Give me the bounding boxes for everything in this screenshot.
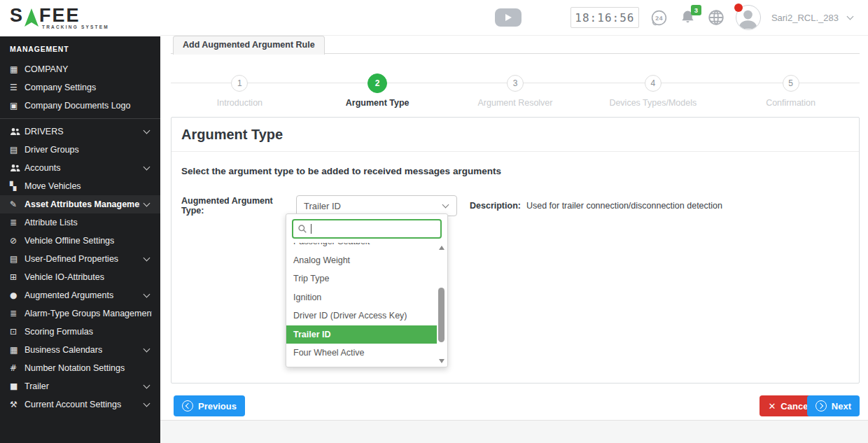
scrollbar-thumb[interactable] [438,288,444,342]
sidebar-item-augmented-arguments[interactable]: ●Augmented Arguments [0,286,160,304]
sidebar-item-business-calendars[interactable]: ▦Business Calendars [0,341,160,359]
user-menu[interactable]: Sari2_RCL._283 [771,13,855,23]
app-logo: S FEE TRACKING SYSTEM [0,0,160,36]
sidebar-item-label: Augmented Arguments [24,290,140,300]
sidebar-item-alarm-type-groups-management[interactable]: ≣Alarm-Type Groups Management [0,304,160,323]
building-icon: ▦ [10,64,24,74]
sidebar-item-attribute-lists[interactable]: ≣Attribute Lists [0,213,160,232]
circle-icon: ● [10,290,24,300]
dropdown-option-ignition[interactable]: Ignition [286,288,437,307]
language-globe-icon[interactable] [707,8,725,27]
notifications-bell-icon[interactable]: 3 [679,9,696,27]
tab-add-augmented-argument-rule[interactable]: Add Augmented Argument Rule [173,36,325,55]
sidebar-item-label: Company Settings [24,83,152,92]
dropdown-option-trip-type[interactable]: Trip Type [286,269,437,288]
sidebar-item-company-settings[interactable]: ☰Company Settings [0,78,160,97]
arrow-left-icon [182,400,193,412]
search-icon [298,224,307,234]
previous-button[interactable]: Previous [174,395,245,416]
video-play-icon[interactable] [495,8,522,27]
dropdown-option-driver-id-driver-access-key[interactable]: Driver ID (Driver Access Key) [286,307,437,325]
argument-type-dropdown: Passenger SeatbeltAnalog WeightTrip Type… [286,213,448,367]
step-label: Devices Types/Models [609,98,696,108]
sidebar-item-label: Vehicle IO-Attributes [24,272,152,282]
dropdown-option-trailer-id[interactable]: Trailer ID [286,325,437,344]
sidebar-item-label: Vehicle Offline Settings [24,236,152,246]
step-confirmation[interactable]: 5Confirmation [722,68,860,111]
chevron-down-icon [144,400,150,407]
sidebar-item-number-notation-settings[interactable]: #Number Notation Settings [0,359,160,377]
sidebar-item-label: User-Defined Properties [24,254,140,264]
sidebar-item-vehicle-io-attributes[interactable]: ⊞Vehicle IO-Attributes [0,268,160,286]
sidebar-item-vehicle-offline-settings[interactable]: ⊘Vehicle Offline Settings [0,232,160,250]
sidebar-item-current-account-settings[interactable]: ⚒Current Account Settings [0,395,160,414]
wrench-icon: ⚒ [10,400,24,409]
chevron-down-icon [144,200,150,207]
sidebar-item-label: Asset Attributes Management [24,199,140,209]
sidebar-item-label: Company Documents Logo [24,101,152,111]
support-24-icon[interactable]: 24 [650,8,668,27]
user-avatar[interactable] [736,5,761,30]
brand-arrow-icon [24,8,38,27]
svg-text:24: 24 [655,15,663,21]
status-dot [734,3,743,12]
chevron-down-icon [144,164,150,171]
sidebar-item-user-defined-properties[interactable]: ▤User-Defined Properties [0,250,160,268]
digital-clock: 18:16:56 [570,7,639,28]
sidebar-item-label: Move Vehicles [24,181,152,191]
chevron-down-icon [144,346,150,353]
sidebar-item-driver-groups[interactable]: ▤Driver Groups [0,141,160,159]
sidebar-item-drivers[interactable]: DRIVERS [0,122,160,141]
image-icon: ▣ [10,101,24,111]
instruction-text: Select the argument type to be added to … [181,166,849,176]
sidebar-item-move-vehicles[interactable]: ▚Move Vehicles [0,177,160,195]
page-title: Argument Type [172,118,859,152]
dropdown-option-passenger-seatbelt[interactable]: Passenger Seatbelt [286,243,437,251]
calendar-icon: ▦ [10,345,24,355]
chevron-down-icon [144,382,150,389]
sidebar-item-accounts[interactable]: Accounts [0,159,160,177]
apps-grid-icon[interactable] [536,8,555,27]
brand-name-left: S [10,6,24,25]
sidebar-item-label: Accounts [24,163,140,173]
sidebar-item-label: Trailer [24,381,140,391]
dropdown-option-analog-weight[interactable]: Analog Weight [286,251,437,270]
step-introduction[interactable]: 1Introduction [171,68,309,111]
sidebar-divider [0,118,160,119]
edit-icon: ✎ [10,199,24,209]
brand-name-right: FEE [39,6,80,25]
chevron-down-icon [144,255,150,262]
sidebar-item-label: Attribute Lists [24,218,152,227]
sidebar-item-company-documents-logo[interactable]: ▣Company Documents Logo [0,97,160,115]
next-button[interactable]: Next [807,395,860,416]
step-circle: 3 [507,75,524,92]
dropdown-search-input[interactable] [312,224,436,234]
sidebar-item-label: Number Notation Settings [24,363,152,373]
list-icon: ≣ [10,218,24,227]
calculator-icon: ⊡ [10,327,24,337]
sidebar-item-company[interactable]: ▦COMPANY [0,60,160,78]
scroll-up-icon[interactable] [439,246,444,250]
step-devices-types-models[interactable]: 4Devices Types/Models [584,68,722,111]
list-icon: ≣ [10,309,24,318]
sidebar-item-asset-attributes-management[interactable]: ✎Asset Attributes Management [0,195,160,213]
step-label: Argument Type [346,98,410,108]
chevron-down-icon [847,13,854,20]
main-content: Add Augmented Argument Rule 1Introductio… [160,36,868,443]
select-value: Trailer ID [304,201,341,211]
users-icon [10,127,24,136]
dropdown-option-four-wheel-active[interactable]: Four Wheel Active [286,344,437,363]
step-argument-type[interactable]: 2Argument Type [309,68,447,111]
sidebar-item-label: Business Calendars [24,345,140,355]
step-argument-resolver[interactable]: 3Argument Resolver [447,68,584,111]
sidebar-item-trailer[interactable]: ■Trailer [0,377,160,395]
description-text: Used for trailer connection/disconnectio… [526,201,722,211]
sidebar-section-title: MANAGEMENT [0,36,160,60]
scroll-down-icon[interactable] [439,359,444,363]
dropdown-search [292,219,442,239]
step-circle: 1 [231,75,248,92]
sidebar-item-label: Scoring Formulas [24,327,152,337]
field-label: Augmented Argument Type: [181,196,286,216]
sidebar-item-scoring-formulas[interactable]: ⊡Scoring Formulas [0,323,160,341]
close-icon: ✕ [768,402,776,411]
